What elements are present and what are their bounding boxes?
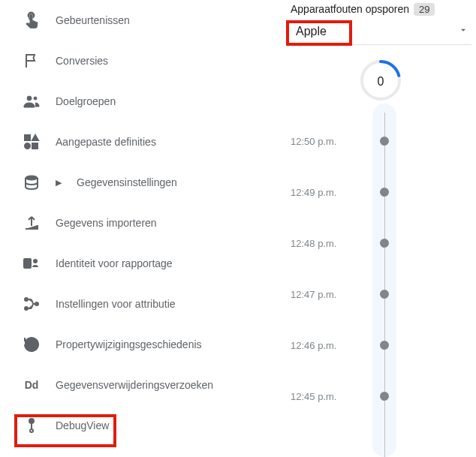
- timeline-dot-icon: [380, 392, 389, 401]
- sidebar-item-conversions[interactable]: Conversies: [0, 41, 289, 81]
- sidebar-item-label: Conversies: [56, 55, 108, 67]
- sidebar-item-label: Gegevensinstellingen: [77, 176, 177, 188]
- sidebar-item-data-deletion-requests[interactable]: Dd Gegevensverwijderingsverzoeken: [0, 365, 289, 405]
- touch-icon: [23, 11, 41, 29]
- sidebar-item-attribution-settings[interactable]: Instellingen voor attributie: [0, 284, 289, 324]
- sidebar-item-data-settings[interactable]: ▶ Gegevensinstellingen: [0, 162, 289, 203]
- timeline-row[interactable]: 12:48 p.m.: [291, 237, 471, 249]
- database-icon: [23, 173, 41, 191]
- svg-point-4: [25, 143, 30, 149]
- svg-point-12: [29, 419, 34, 423]
- timeline-time: 12:50 p.m.: [291, 136, 336, 147]
- selected-device-name: Apple: [291, 25, 327, 38]
- event-counter: 0: [291, 59, 471, 113]
- timeline-time: 12:45 p.m.: [291, 391, 336, 402]
- svg-rect-2: [25, 135, 30, 140]
- debug-timeline: 0 12:50 p.m. 12:49 p.m. 12:48 p.m. 12:47…: [291, 59, 471, 457]
- sidebar-item-label: Aangepaste definities: [56, 136, 156, 148]
- chevron-right-icon: ▶: [56, 178, 62, 188]
- sidebar: Gebeurtenissen Conversies Doelgroepen Aa…: [0, 0, 289, 446]
- device-errors-row: Apparaatfouten opsporen 29: [291, 0, 471, 18]
- timeline-row[interactable]: 12:46 p.m.: [291, 339, 471, 351]
- svg-point-1: [34, 97, 37, 100]
- sidebar-item-custom-definitions[interactable]: Aangepaste definities: [0, 122, 289, 162]
- people-icon: [23, 92, 41, 110]
- timeline-time: 12:47 p.m.: [291, 289, 336, 300]
- svg-point-13: [30, 429, 33, 432]
- timeline-time: 12:48 p.m.: [291, 238, 336, 249]
- attribution-icon: [23, 295, 41, 313]
- sidebar-item-label: Propertywijzigingsgeschiedenis: [56, 338, 202, 350]
- timeline-dot-icon: [380, 290, 389, 299]
- device-errors-count: 29: [414, 3, 435, 16]
- timeline-row[interactable]: 12:50 p.m.: [291, 135, 471, 147]
- debug-icon: [23, 416, 41, 434]
- event-counter-value: 0: [378, 75, 384, 89]
- device-errors-label: Apparaatfouten opsporen: [291, 3, 409, 15]
- sidebar-item-property-change-history[interactable]: Propertywijzigingsgeschiedenis: [0, 324, 289, 365]
- sidebar-item-events[interactable]: Gebeurtenissen: [0, 0, 289, 41]
- sidebar-item-label: Doelgroepen: [56, 95, 116, 107]
- svg-point-6: [26, 176, 38, 180]
- device-selector[interactable]: Apple: [291, 18, 471, 45]
- timeline-row[interactable]: 12:45 p.m.: [291, 390, 471, 402]
- sidebar-item-label: Identiteit voor rapportage: [56, 257, 173, 269]
- svg-point-8: [34, 260, 37, 263]
- svg-point-11: [35, 302, 38, 305]
- identity-icon: [23, 254, 41, 272]
- sidebar-item-label: Gegevensverwijderingsverzoeken: [56, 379, 213, 391]
- dd-text-icon: Dd: [23, 376, 41, 394]
- flag-icon: [23, 52, 41, 70]
- timeline-row[interactable]: 12:47 p.m.: [291, 288, 471, 300]
- sidebar-item-audiences[interactable]: Doelgroepen: [0, 81, 289, 122]
- svg-point-9: [25, 298, 28, 301]
- sidebar-item-label: Gegevens importeren: [56, 217, 157, 229]
- timeline-spine: [384, 113, 385, 457]
- history-icon: [23, 335, 41, 353]
- svg-rect-7: [24, 259, 31, 268]
- timeline-row[interactable]: 12:49 p.m.: [291, 186, 471, 198]
- sidebar-item-label: DebugView: [56, 419, 109, 431]
- sidebar-item-debugview[interactable]: DebugView: [0, 405, 289, 446]
- timeline-time: 12:46 p.m.: [291, 340, 336, 351]
- timeline-dot-icon: [380, 341, 389, 350]
- chevron-down-icon: [458, 25, 468, 38]
- sidebar-item-data-import[interactable]: Gegevens importeren: [0, 203, 289, 243]
- svg-point-0: [27, 96, 32, 101]
- sidebar-item-label: Gebeurtenissen: [56, 14, 130, 26]
- timeline-dot-icon: [380, 137, 389, 146]
- upload-icon: [23, 214, 41, 232]
- svg-rect-5: [32, 143, 38, 149]
- shapes-icon: [23, 133, 41, 151]
- timeline-dot-icon: [380, 239, 389, 248]
- sidebar-item-reporting-identity[interactable]: Identiteit voor rapportage: [0, 243, 289, 284]
- svg-marker-3: [32, 135, 38, 140]
- sidebar-item-label: Instellingen voor attributie: [56, 298, 176, 310]
- timeline-dot-icon: [380, 188, 389, 197]
- timeline-time: 12:49 p.m.: [291, 187, 336, 198]
- svg-point-10: [25, 307, 28, 310]
- debug-header: Apparaatfouten opsporen 29 Apple: [291, 0, 471, 45]
